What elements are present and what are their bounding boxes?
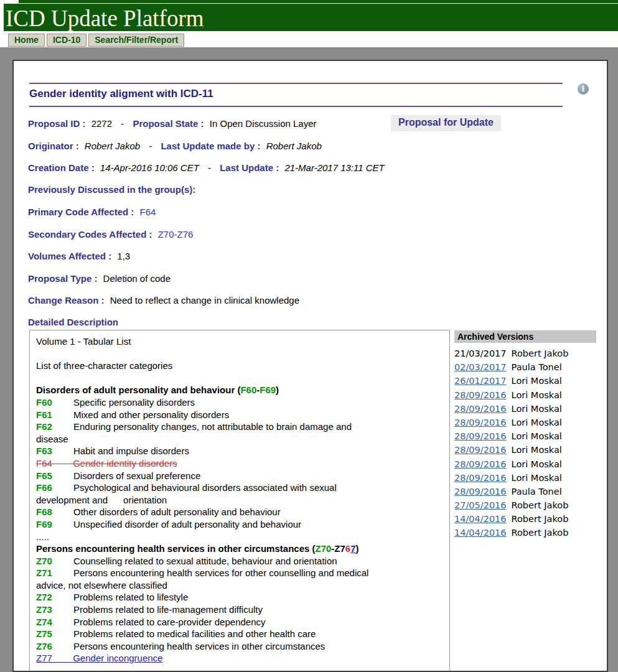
tab-bar: HomeICD-10Search/Filter/Report: [8, 34, 184, 47]
text-segment: Habit and impulse disorders: [73, 446, 189, 456]
archived-version-date-link[interactable]: 02/03/2017: [454, 362, 507, 372]
tab-search-filter-report[interactable]: Search/Filter/Report: [88, 34, 184, 47]
info-icon-glyph: i: [582, 85, 585, 93]
proposal-state-label: Proposal State :: [133, 118, 204, 129]
code-z72: Z72: [36, 591, 73, 604]
screen: ICD Update Platform HomeICD-10Search/Fil…: [0, 0, 618, 672]
secondary-codes-link[interactable]: Z70-Z76: [158, 229, 194, 240]
top-edge-strip: [19, 0, 618, 3]
archived-version-user: Robert Jakob: [512, 348, 569, 358]
text-segment: Specific personality disorders: [73, 397, 195, 408]
code-z71: Z71: [36, 567, 73, 579]
last-update-by-label: Last Update made by :: [161, 141, 260, 151]
creation-date-value: 14-Apr-2016 10:06 CET: [100, 162, 199, 173]
creation-date-label: Creation Date :: [28, 162, 95, 173]
archived-version-user: Paula Tonel: [512, 362, 562, 372]
code-f66: F66: [36, 482, 73, 494]
archived-version-date-link[interactable]: 27/05/2016: [454, 500, 507, 510]
last-update-value: 21-Mar-2017 13:11 CET: [284, 162, 384, 173]
primary-code-link[interactable]: F64: [140, 207, 156, 217]
change-reason-value: Need to reflect a change in clinical kno…: [110, 295, 299, 306]
tab-home[interactable]: Home: [8, 34, 45, 47]
code-line-z73: Z73Problems related to life-management d…: [36, 604, 443, 616]
archived-version-user: Lori Moskal: [512, 445, 562, 455]
detailed-description-box: Volume 1 - Tabular ListList of three-cha…: [29, 330, 450, 672]
code-z73: Z73: [36, 604, 73, 616]
archived-version-date-link[interactable]: 26/01/2017: [454, 376, 507, 386]
volume-line: Volume 1 - Tabular List: [36, 335, 443, 348]
archived-version-user: Lori Moskal: [512, 376, 562, 386]
text-segment: Disorders of adult personality and behav…: [36, 385, 240, 395]
text-segment: Mixed and other personality disorders: [73, 409, 229, 420]
code-f68: F68: [36, 506, 73, 518]
code-f69: F69: [36, 518, 73, 531]
archived-version-row: 27/05/2016Robert Jakob: [454, 498, 608, 512]
code-line-f61: F61Mixed and other personality disorders: [36, 409, 443, 421]
text-segment: Other disorders of adult personality and…: [73, 506, 281, 517]
code-line-z72: Z72Problems related to lifestyle: [36, 591, 443, 604]
archived-versions-header: Archived Versions: [454, 330, 596, 343]
proposal-type-label: Proposal Type :: [28, 273, 97, 284]
secondary-codes-label: Secondary Codes Affected :: [28, 229, 152, 240]
originator-row: Originator : Robert Jakob - Last Update …: [28, 141, 322, 151]
archived-version-row: 21/03/2017Robert Jakob: [454, 347, 608, 360]
proposal-id-label: Proposal ID :: [28, 118, 86, 129]
text-segment: Problems related to life-management diff…: [73, 604, 263, 615]
last-update-label: Last Update :: [220, 162, 279, 173]
code-f61: F61: [36, 409, 73, 421]
archived-version-row: 28/09/2016Lori Moskal: [454, 416, 608, 429]
archived-version-row: 28/09/2016Lori Moskal: [454, 457, 608, 471]
originator-label: Originator :: [28, 141, 79, 151]
dates-row: Creation Date : 14-Apr-2016 10:06 CET - …: [28, 162, 385, 173]
separator-dash: -: [149, 141, 152, 151]
archived-version-date: 21/03/2017: [454, 348, 507, 358]
archived-version-row: 14/04/2016Robert Jakob: [454, 512, 608, 526]
proposal-id-row: Proposal ID : 2272 - Proposal State : In…: [28, 118, 317, 129]
separator-dash: -: [208, 162, 211, 173]
archived-version-user: Lori Moskal: [512, 404, 562, 414]
content-panel: Gender identity aligment with ICD-11 i P…: [12, 60, 608, 672]
code-line-z75: Z75Problems related to medical facilitie…: [36, 628, 443, 640]
code-line-f66: F66Psychological and behavioural disorde…: [36, 482, 443, 494]
archived-version-user: Lori Moskal: [512, 418, 562, 427]
archived-version-date-link[interactable]: 28/09/2016: [454, 390, 507, 400]
archived-version-date-link[interactable]: 28/09/2016: [454, 473, 507, 483]
text-segment: F64 Gender identity disorders: [36, 458, 177, 469]
tab-icd-10[interactable]: ICD-10: [47, 34, 87, 47]
previously-discussed-row: Previously Discussed in the group(s):: [28, 184, 199, 195]
code-f62: F62: [36, 421, 73, 433]
archived-version-date-link[interactable]: 28/09/2016: [454, 487, 507, 497]
archived-version-user: Lori Moskal: [512, 459, 562, 469]
description-line: [36, 348, 443, 360]
text-segment: .....: [36, 531, 49, 542]
text-segment: disease: [36, 434, 68, 444]
code-link[interactable]: 7: [350, 543, 355, 554]
archived-version-date-link[interactable]: 14/04/2016: [454, 514, 507, 524]
archived-version-date-link[interactable]: 28/09/2016: [454, 404, 507, 414]
code-line-f69: F69Unspecified disorder of adult persona…: [36, 518, 443, 531]
code-link[interactable]: Z77 Gender incongruence: [36, 653, 162, 663]
archived-version-row: 26/01/2017Lori Moskal: [454, 374, 608, 388]
added-code-line: Z77 Gender incongruence: [36, 652, 443, 665]
archived-version-user: Robert Jakob: [512, 528, 569, 538]
archived-version-date-link[interactable]: 28/09/2016: [454, 418, 507, 427]
code-z76: Z76: [36, 640, 73, 653]
archived-version-date-link[interactable]: 28/09/2016: [454, 445, 507, 455]
app-title: ICD Update Platform: [6, 6, 204, 31]
volumes-row: Volumes Affected : 1,3: [28, 251, 130, 261]
code-f63: F63: [36, 445, 73, 457]
list-intro-line: List of three-character categories: [36, 360, 443, 372]
text-segment: Volume 1 - Tabular List: [36, 336, 131, 347]
text-segment: -Z7: [331, 543, 345, 554]
info-icon[interactable]: i: [578, 83, 589, 95]
archived-version-user: Lori Moskal: [512, 390, 562, 400]
proposal-for-update-badge: Proposal for Update: [391, 115, 501, 131]
archived-version-date-link[interactable]: 14/04/2016: [454, 528, 507, 538]
archived-version-user: Lori Moskal: [512, 431, 562, 441]
archived-version-date-link[interactable]: 28/09/2016: [454, 459, 507, 469]
archived-version-date-link[interactable]: 28/09/2016: [454, 431, 507, 441]
code-z70: Z70: [36, 555, 73, 567]
originator-value: Robert Jakob: [85, 141, 140, 151]
primary-code-label: Primary Code Affected :: [28, 207, 134, 217]
text-segment: Disorders of sexual preference: [73, 470, 200, 481]
